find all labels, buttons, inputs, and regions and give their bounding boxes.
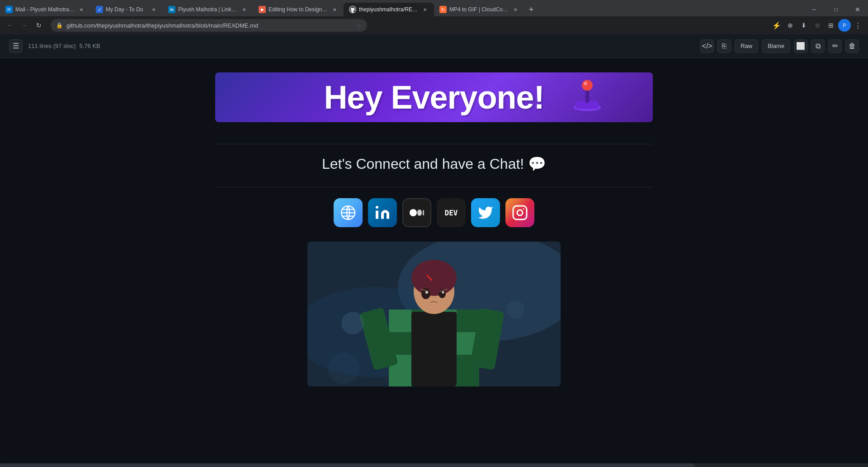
code-view-button[interactable]: </>: [700, 39, 714, 53]
new-tab-button[interactable]: +: [524, 3, 538, 16]
svg-point-8: [417, 210, 422, 216]
tab-label-todo: My Day - To Do: [106, 6, 147, 13]
edit-button[interactable]: ✏: [828, 39, 842, 53]
anime-image: [307, 242, 561, 386]
tab-readme[interactable]: thepiyushmalhotra/README.md ✕: [344, 3, 434, 16]
social-icons: DEV: [334, 198, 534, 227]
readme-content: Hey Everyone! Let's Connect and have a C: [208, 58, 660, 401]
tab-close-todo[interactable]: ✕: [150, 6, 157, 13]
close-button[interactable]: ✕: [847, 1, 868, 18]
zoom-button[interactable]: ⊕: [784, 19, 797, 32]
social-linkedin-button[interactable]: [368, 198, 397, 227]
nav-right-buttons: ⚡ ⊕ ⬇ ☆ ⊞ P ⋮: [770, 19, 864, 32]
social-twitter-button[interactable]: [471, 198, 500, 227]
desktop-icon: ⬜: [796, 42, 805, 50]
svg-point-4: [584, 82, 587, 86]
tab-close-linkedin[interactable]: ✕: [241, 6, 248, 13]
social-dev-button[interactable]: DEV: [437, 198, 466, 227]
file-size: 5.76 KB: [80, 43, 100, 49]
nav-bar: ← → ↻ 🔒 github.com/thepiyushmalhotra/the…: [0, 16, 868, 34]
svg-point-39: [506, 300, 524, 319]
social-globe-button[interactable]: [334, 198, 363, 227]
pencil-icon: ✏: [832, 42, 838, 50]
social-instagram-button[interactable]: [505, 198, 534, 227]
tab-favicon-todo: ✓: [96, 6, 103, 13]
svg-rect-9: [423, 210, 424, 215]
address-text: github.com/thepiyushmalhotra/thepiyushma…: [66, 22, 353, 29]
window-controls: ─ □ ✕: [804, 3, 868, 16]
horizontal-scrollbar[interactable]: [0, 463, 868, 467]
delete-button[interactable]: 🗑: [845, 39, 859, 53]
back-button[interactable]: ←: [4, 19, 16, 32]
copy-button[interactable]: ⎘: [717, 39, 731, 53]
copy-icon: ⎘: [722, 42, 726, 50]
main-content: Hey Everyone! Let's Connect and have a C: [0, 58, 868, 467]
svg-point-12: [523, 208, 524, 210]
svg-point-38: [341, 312, 364, 334]
svg-rect-10: [513, 206, 527, 219]
hero-banner: Hey Everyone!: [215, 72, 653, 122]
trash-icon: 🗑: [849, 42, 856, 50]
grid-button[interactable]: ⊞: [825, 19, 837, 32]
svg-point-3: [582, 80, 593, 91]
blame-label: Blame: [768, 43, 784, 49]
svg-point-7: [410, 209, 417, 216]
star-icon[interactable]: ☆: [356, 22, 362, 29]
blame-button[interactable]: Blame: [762, 39, 790, 53]
tab-label-cloudconvert: MP4 to GIF | CloudConvert: [449, 6, 509, 13]
tab-close-editing[interactable]: ✕: [331, 6, 338, 13]
github-toolbar: ☰ 111 lines (97 sloc) 5.76 KB </> ⎘ Raw …: [0, 34, 868, 58]
tab-label-linkedin: Piyush Malhotra | LinkedIn: [178, 6, 238, 13]
raw-button[interactable]: Raw: [735, 39, 758, 53]
svg-rect-20: [457, 310, 479, 332]
split-view-button[interactable]: ⧉: [811, 39, 825, 53]
svg-rect-17: [389, 310, 411, 332]
tab-favicon-readme: [349, 6, 356, 13]
tab-favicon-editing: ▶: [259, 6, 266, 13]
lock-icon: 🔒: [56, 22, 63, 29]
profile-button[interactable]: P: [838, 19, 851, 32]
minimize-button[interactable]: ─: [804, 1, 825, 18]
tab-close-mail[interactable]: ✕: [78, 6, 85, 13]
bookmark-button[interactable]: ☆: [811, 19, 824, 32]
social-medium-button[interactable]: [402, 198, 431, 227]
tab-label-readme: thepiyushmalhotra/README.md: [359, 6, 419, 13]
scrollbar-thumb[interactable]: [0, 463, 694, 467]
downloads-button[interactable]: ⬇: [797, 19, 810, 32]
tab-mail[interactable]: ✉ Mail - Piyush Malhotra - Outlook ✕: [0, 3, 90, 16]
maximize-button[interactable]: □: [826, 1, 846, 18]
tab-cloudconvert[interactable]: ↻ MP4 to GIF | CloudConvert ✕: [434, 3, 524, 16]
svg-rect-29: [411, 312, 457, 386]
raw-label: Raw: [741, 43, 752, 49]
address-bar[interactable]: 🔒 github.com/thepiyushmalhotra/thepiyush…: [51, 19, 367, 32]
tab-close-readme[interactable]: ✕: [421, 6, 429, 13]
split-icon: ⧉: [816, 42, 821, 50]
toc-button[interactable]: ☰: [9, 39, 23, 53]
toc-icon: ☰: [13, 42, 19, 50]
tab-label-editing: Editing How to Design an Attrac...: [269, 6, 328, 13]
svg-point-40: [328, 353, 359, 384]
lines-info: 111 lines (97 sloc) 5.76 KB: [28, 43, 100, 49]
forward-button[interactable]: →: [18, 19, 31, 32]
tab-bar: ✉ Mail - Piyush Malhotra - Outlook ✕ ✓ M…: [0, 0, 868, 16]
tab-favicon-linkedin: in: [168, 6, 175, 13]
svg-point-35: [442, 291, 444, 294]
hero-text: Hey Everyone!: [324, 79, 544, 116]
code-icon: </>: [702, 42, 712, 50]
tab-close-cloudconvert[interactable]: ✕: [512, 6, 519, 13]
menu-button[interactable]: ⋮: [852, 19, 864, 32]
tab-favicon-mail: ✉: [5, 6, 13, 13]
tab-editing[interactable]: ▶ Editing How to Design an Attrac... ✕: [253, 3, 344, 16]
desktop-view-button[interactable]: ⬜: [794, 39, 807, 53]
extensions-button[interactable]: ⚡: [770, 19, 783, 32]
divider-bottom: [215, 187, 653, 187]
tab-label-mail: Mail - Piyush Malhotra - Outlook: [15, 6, 75, 13]
reload-button[interactable]: ↻: [33, 19, 45, 32]
tab-linkedin[interactable]: in Piyush Malhotra | LinkedIn ✕: [163, 3, 253, 16]
toolbar-left: ☰ 111 lines (97 sloc) 5.76 KB: [9, 39, 100, 53]
connect-section: Let's Connect and have a Chat! 💬: [322, 155, 546, 172]
svg-point-11: [517, 210, 523, 215]
anime-placeholder: [307, 242, 561, 386]
tab-todo[interactable]: ✓ My Day - To Do ✕: [90, 3, 163, 16]
divider-top: [215, 144, 653, 144]
